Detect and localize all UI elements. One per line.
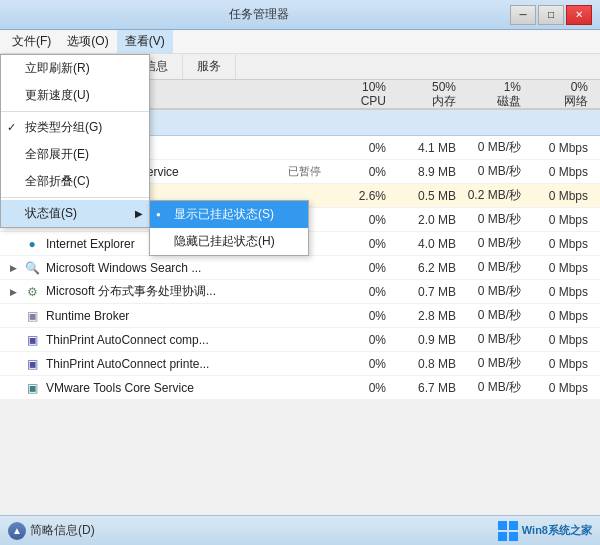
process-row[interactable]: ▣ThinPrint AutoConnect printe...0%0.8 MB… [0,352,600,376]
submenu-label-hide: 隐藏已挂起状态(H) [174,233,275,250]
process-name: Runtime Broker [46,309,274,323]
process-net: 0 Mbps [529,189,594,203]
windows-icon [498,521,518,541]
tab-services[interactable]: 服务 [183,54,236,79]
expand-icon[interactable]: ▶ [6,261,20,275]
process-row[interactable]: ▶⚙Microsoft 分布式事务处理协调...0%0.7 MB0 MB/秒0 … [0,280,600,304]
process-mem: 6.7 MB [394,381,464,395]
process-icon: ▣ [24,380,40,396]
dropdown-label-refresh: 立即刷新(R) [25,60,90,77]
bullet-show-icon: ● [156,210,161,219]
dropdown-item-status[interactable]: 状态值(S) ▶ ● 显示已挂起状态(S) 隐藏已挂起状态(H) [1,200,149,227]
process-cpu: 0% [334,165,394,179]
process-icon: ⚙ [24,284,40,300]
expand-icon [6,381,20,395]
process-net: 0 Mbps [529,285,594,299]
expand-icon [6,237,20,251]
col-header-cpu[interactable]: 10% CPU [334,80,394,109]
dropdown-item-group[interactable]: ✓ 按类型分组(G) [1,114,149,141]
dropdown-item-expand[interactable]: 全部展开(E) [1,141,149,168]
menu-bar: 文件(F) 选项(O) 查看(V) [0,30,600,54]
process-mem: 2.8 MB [394,309,464,323]
process-mem: 6.2 MB [394,261,464,275]
win8-cell-3 [498,532,507,541]
process-cpu: 0% [334,261,394,275]
win8-cell-2 [509,521,518,530]
col-header-mem[interactable]: 50% 内存 [394,80,464,109]
process-mem: 0.8 MB [394,357,464,371]
title-bar: 任务管理器 ─ □ ✕ [0,0,600,30]
menu-options[interactable]: 选项(O) [59,30,116,53]
process-disk: 0 MB/秒 [464,139,529,156]
process-icon: ▣ [24,308,40,324]
col-mem-bot: 内存 [394,94,456,108]
col-net-bot: 网络 [529,94,588,108]
process-row[interactable]: ▣ThinPrint AutoConnect comp...0%0.9 MB0 … [0,328,600,352]
process-disk: 0 MB/秒 [464,163,529,180]
process-row[interactable]: ▶🔍Microsoft Windows Search ...0%6.2 MB0 … [0,256,600,280]
process-cpu: 2.6% [334,189,394,203]
menu-file[interactable]: 文件(F) [4,30,59,53]
process-net: 0 Mbps [529,381,594,395]
title-bar-controls: ─ □ ✕ [510,5,592,25]
process-row[interactable]: ▣VMware Tools Core Service0%6.7 MB0 MB/秒… [0,376,600,400]
process-mem: 4.1 MB [394,141,464,155]
submenu-item-hide[interactable]: 隐藏已挂起状态(H) [150,228,308,255]
col-header-disk[interactable]: 1% 磁盘 [464,80,529,109]
expand-icon [6,333,20,347]
dropdown-label-status: 状态值(S) [25,205,77,222]
process-cpu: 0% [334,285,394,299]
process-mem: 2.0 MB [394,213,464,227]
process-name: VMware Tools Core Service [46,381,274,395]
col-net-top: 0% [529,80,588,94]
process-disk: 0 MB/秒 [464,211,529,228]
process-disk: 0 MB/秒 [464,307,529,324]
dropdown-item-collapse[interactable]: 全部折叠(C) [1,168,149,195]
process-status: 已暂停 [274,164,334,179]
status-bar: ▲ 简略信息(D) Win8系统之家 [0,515,600,545]
win8-logo: Win8系统之家 [498,521,592,541]
process-icon: ▣ [24,356,40,372]
process-disk: 0 MB/秒 [464,355,529,372]
submenu-item-show[interactable]: ● 显示已挂起状态(S) [150,201,308,228]
status-brief-label[interactable]: 简略信息(D) [30,522,95,539]
col-cpu-bot: CPU [334,94,386,108]
win8-site-name: Win8系统之家 [522,523,592,538]
process-name: ThinPrint AutoConnect printe... [46,357,274,371]
expand-icon [6,357,20,371]
process-net: 0 Mbps [529,261,594,275]
dropdown-item-speed[interactable]: 更新速度(U) [1,82,149,109]
process-net: 0 Mbps [529,357,594,371]
process-name: Microsoft 分布式事务处理协调... [46,283,274,300]
status-info-icon[interactable]: ▲ [8,522,26,540]
dropdown-item-refresh[interactable]: 立即刷新(R) [1,55,149,82]
dropdown-label-collapse: 全部折叠(C) [25,173,90,190]
process-net: 0 Mbps [529,237,594,251]
process-disk: 0 MB/秒 [464,259,529,276]
process-name: ThinPrint AutoConnect comp... [46,333,274,347]
minimize-button[interactable]: ─ [510,5,536,25]
submenu-arrow-icon: ▶ [135,208,143,219]
process-disk: 0 MB/秒 [464,283,529,300]
maximize-button[interactable]: □ [538,5,564,25]
process-net: 0 Mbps [529,165,594,179]
dropdown-container: 立即刷新(R) 更新速度(U) ✓ 按类型分组(G) 全部展开(E) 全部折叠(… [0,54,150,228]
process-name: Microsoft Windows Search ... [46,261,274,275]
menu-view[interactable]: 查看(V) [117,30,173,53]
col-header-net[interactable]: 0% 网络 [529,80,594,109]
checkmark-group: ✓ [7,121,16,134]
process-disk: 0 MB/秒 [464,331,529,348]
expand-icon[interactable]: ▶ [6,285,20,299]
title-bar-title: 任务管理器 [8,6,510,23]
expand-icon [6,309,20,323]
process-net: 0 Mbps [529,333,594,347]
process-row[interactable]: ▣Runtime Broker0%2.8 MB0 MB/秒0 Mbps [0,304,600,328]
process-cpu: 0% [334,309,394,323]
dropdown-divider-1 [1,111,149,112]
process-net: 0 Mbps [529,213,594,227]
col-disk-top: 1% [464,80,521,94]
process-cpu: 0% [334,357,394,371]
win8-cell-1 [498,521,507,530]
col-mem-top: 50% [394,80,456,94]
close-button[interactable]: ✕ [566,5,592,25]
